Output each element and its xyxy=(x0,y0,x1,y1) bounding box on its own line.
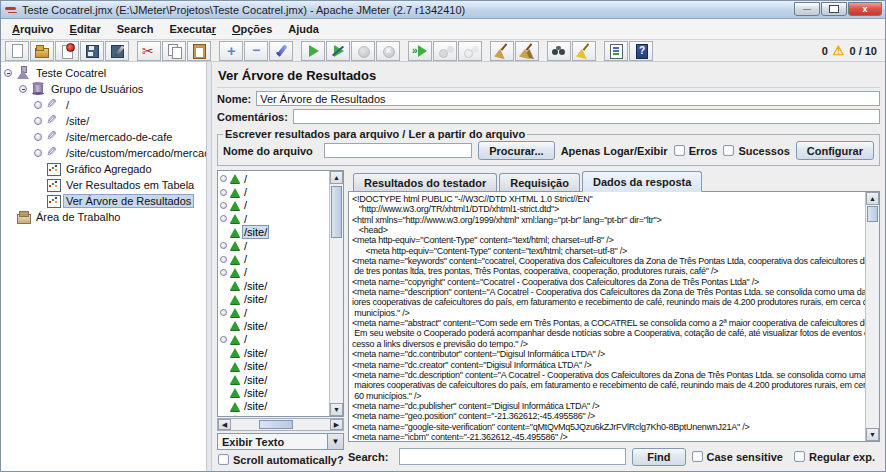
remove-button[interactable] xyxy=(244,41,268,61)
sample-expand-knob[interactable] xyxy=(220,269,227,276)
results-hscroll-thumb[interactable] xyxy=(259,420,293,429)
sample-result-row[interactable]: /site/ xyxy=(220,400,329,413)
sample-result-row[interactable]: /site/ xyxy=(220,279,329,292)
menu-opes[interactable]: Opções xyxy=(225,21,279,37)
tree-node-[interactable]: / xyxy=(2,97,205,113)
minimize-button[interactable]: — xyxy=(794,2,820,16)
results-scroll-thumb[interactable] xyxy=(331,186,342,238)
case-sensitive-checkbox[interactable] xyxy=(692,451,703,462)
display-mode-combobox[interactable]: Exibir Texto ▼ xyxy=(217,433,344,450)
response-text[interactable]: <!DOCTYPE html PUBLIC "-//W3C//DTD XHTML… xyxy=(349,192,865,441)
scroll-down-icon[interactable]: ▼ xyxy=(330,403,343,416)
tree-node-site[interactable]: /site/ xyxy=(2,113,205,129)
results-vertical-scrollbar[interactable]: ▲ ▼ xyxy=(329,171,343,416)
scroll-down-icon[interactable]: ▼ xyxy=(866,428,879,441)
clear-all-button[interactable] xyxy=(515,41,539,61)
tree-node-grupo-de-usu-rios[interactable]: Grupo de Usuários xyxy=(2,81,205,97)
copy-button[interactable] xyxy=(162,41,186,61)
results-horizontal-scrollbar[interactable]: ◀ ▶ xyxy=(217,418,344,431)
sample-expand-knob[interactable] xyxy=(220,189,227,196)
tree-expand-knob[interactable] xyxy=(34,133,42,141)
sample-result-row[interactable]: / xyxy=(220,252,329,265)
menu-ajuda[interactable]: Ajuda xyxy=(281,21,326,37)
browse-button[interactable]: Procurar... xyxy=(478,141,554,160)
response-vertical-scrollbar[interactable]: ▲ ▼ xyxy=(865,192,879,441)
tree-node-site-mercado-de-cafe[interactable]: /site/mercado-de-cafe xyxy=(2,129,205,145)
menu-arquivo[interactable]: Arquivo xyxy=(5,21,61,37)
success-checkbox-wrap[interactable]: Sucessos xyxy=(723,145,789,157)
success-checkbox[interactable] xyxy=(723,145,734,156)
sample-result-row[interactable]: /site/ xyxy=(220,346,329,359)
response-scroll-thumb[interactable] xyxy=(867,206,878,222)
search-reset-button[interactable] xyxy=(572,41,596,61)
menu-executar[interactable]: Executar xyxy=(162,21,222,37)
save-button[interactable] xyxy=(80,41,104,61)
autoscroll-checkbox[interactable] xyxy=(218,454,229,465)
sample-result-row[interactable]: / xyxy=(220,306,329,319)
sample-result-row[interactable]: / xyxy=(220,266,329,279)
save-as-button[interactable] xyxy=(105,41,129,61)
response-scroll-track[interactable] xyxy=(866,205,879,428)
regex-wrap[interactable]: Regular exp. xyxy=(794,451,880,463)
comments-input[interactable] xyxy=(293,109,880,124)
remote-start-button[interactable] xyxy=(408,41,432,61)
results-scroll-track[interactable] xyxy=(330,184,343,403)
tree-node-rea-de-trabalho[interactable]: Área de Trabalho xyxy=(2,209,205,225)
log-error-count[interactable]: 0 xyxy=(822,45,828,57)
errors-checkbox[interactable] xyxy=(674,145,685,156)
menu-search[interactable]: Search xyxy=(110,21,161,37)
clear-button[interactable] xyxy=(490,41,514,61)
cut-button[interactable] xyxy=(137,41,161,61)
sample-result-row[interactable]: / xyxy=(220,212,329,225)
sample-expand-knob[interactable] xyxy=(220,215,227,222)
scroll-right-icon[interactable]: ▶ xyxy=(330,419,343,430)
results-hscroll-track[interactable] xyxy=(231,419,330,430)
sample-result-row[interactable]: /site/ xyxy=(220,386,329,399)
search-input[interactable] xyxy=(399,448,626,465)
scroll-left-icon[interactable]: ◀ xyxy=(218,419,231,430)
add-button[interactable] xyxy=(219,41,243,61)
close-button[interactable]: x xyxy=(848,2,882,16)
warning-icon[interactable]: ⚠ xyxy=(833,44,845,57)
tree-expand-knob[interactable] xyxy=(34,101,42,109)
sample-result-row[interactable]: /site/ xyxy=(220,359,329,372)
tree-node-ver-resultados-em-tabela[interactable]: Ver Resultados em Tabela xyxy=(2,177,205,193)
menu-editar[interactable]: Editar xyxy=(63,21,108,37)
name-input[interactable]: Ver Árvore de Resultados xyxy=(256,91,880,106)
sample-expand-knob[interactable] xyxy=(220,242,227,249)
tree-node-gr-fico-agregado[interactable]: Gráfico Agregado xyxy=(2,161,205,177)
sample-expand-knob[interactable] xyxy=(220,256,227,263)
tab-resultados-do-testador[interactable]: Resultados do testador xyxy=(353,173,497,191)
new-file-button[interactable] xyxy=(5,41,29,61)
sample-expand-knob[interactable] xyxy=(220,309,227,316)
scroll-up-icon[interactable]: ▲ xyxy=(330,171,343,184)
tree-node-site-custom-mercado-mercado-php[interactable]: /site/custom/mercado/mercado.php xyxy=(2,145,205,161)
start-button[interactable] xyxy=(301,41,325,61)
titlebar[interactable]: Teste Cocatrel.jmx (E:\JMeter\Projetos\T… xyxy=(1,1,885,19)
chevron-down-icon[interactable]: ▼ xyxy=(327,434,343,449)
sample-result-row[interactable]: / xyxy=(220,199,329,212)
scroll-up-icon[interactable]: ▲ xyxy=(866,192,879,205)
search-button[interactable] xyxy=(547,41,571,61)
sample-expand-knob[interactable] xyxy=(220,175,227,182)
sample-expand-knob[interactable] xyxy=(220,202,227,209)
paste-button[interactable] xyxy=(187,41,211,61)
remote-start-all-button[interactable] xyxy=(433,41,457,61)
stop-button[interactable] xyxy=(351,41,375,61)
regex-checkbox[interactable] xyxy=(794,451,805,462)
start-no-timers-button[interactable] xyxy=(326,41,350,61)
sample-result-row[interactable]: / xyxy=(220,333,329,346)
tree-node-ver-rvore-de-resultados[interactable]: Ver Árvore de Resultados xyxy=(2,193,205,209)
tree-expand-knob[interactable] xyxy=(34,117,42,125)
configure-button[interactable]: Configurar xyxy=(796,141,874,160)
tab-dados-da-resposta[interactable]: Dados da resposta xyxy=(582,171,702,192)
toggle-button[interactable] xyxy=(269,41,293,61)
sample-expand-knob[interactable] xyxy=(220,336,227,343)
sample-result-row[interactable]: / xyxy=(220,172,329,185)
filename-input[interactable] xyxy=(324,143,472,158)
tab-requisi-o[interactable]: Requisição xyxy=(499,173,580,191)
function-helper-button[interactable] xyxy=(604,41,628,61)
tree-expand-knob[interactable] xyxy=(34,149,42,157)
case-sensitive-wrap[interactable]: Case sensitive xyxy=(692,451,788,463)
maximize-button[interactable] xyxy=(821,2,847,16)
